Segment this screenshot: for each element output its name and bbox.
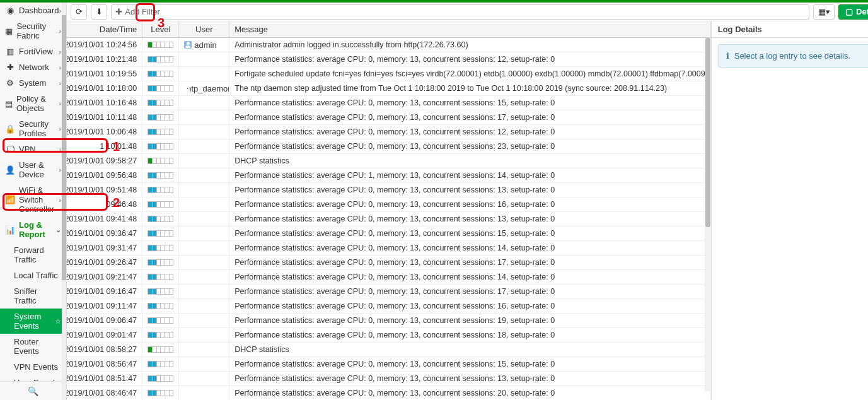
sidebar-search[interactable]: 🔍: [0, 381, 66, 400]
cell-message: Performance statistics: average CPU: 0, …: [229, 314, 710, 327]
cell-datetime: 2019/10/01 09:01:47: [67, 328, 142, 342]
nav-sub-forward-traffic[interactable]: Forward Traffic: [0, 242, 66, 268]
nav-system[interactable]: ⚙System›: [0, 75, 66, 91]
table-row[interactable]: 2019/10/01 09:06:47Performance statistic…: [67, 314, 710, 328]
col-datetime[interactable]: Date/Time: [67, 21, 142, 37]
cell-message: Performance statistics: average CPU: 0, …: [229, 357, 710, 371]
table-row[interactable]: 2019/10/01 09:16:47Performance statistic…: [67, 285, 710, 299]
nav-sub-vpn-events[interactable]: VPN Events: [0, 359, 66, 375]
table-row[interactable]: 2019/10/01 09:21:47Performance statistic…: [67, 270, 710, 285]
nav-wifi-switch-controller[interactable]: 📶WiFi & Switch Controller›: [0, 182, 66, 217]
cell-datetime: 2019/10/01 09:26:47: [67, 256, 142, 269]
table-row[interactable]: 2019/10/01 10:21:48Performance statistic…: [67, 52, 710, 67]
table-row[interactable]: 2019/10/01 10:11:48Performance statistic…: [67, 110, 710, 125]
table-row[interactable]: 2019/10/01 09:58:27DHCP statistics: [67, 154, 710, 168]
table-row[interactable]: 2019/10/01 09:01:47Performance statistic…: [67, 328, 710, 343]
log-details-panel: Log Details ✕ ℹ Select a log entry to se…: [711, 21, 868, 400]
cell-user: [179, 197, 229, 211]
nav-sub-router-events[interactable]: Router Events: [0, 334, 66, 359]
level-bar: [148, 375, 173, 382]
nav-network[interactable]: ✚Network›: [0, 59, 66, 75]
nav-sub-sniffer-traffic[interactable]: Sniffer Traffic: [0, 283, 66, 309]
table-row[interactable]: 2019/10/01 08:51:47Performance statistic…: [67, 372, 710, 386]
nav-icon: ◉: [5, 6, 15, 15]
table-row[interactable]: 2019/10/01 10:18:00ntp_daemonThe ntp dae…: [67, 81, 710, 96]
table-row[interactable]: 2019/10/01 10:24:56adminAdministrator ad…: [67, 38, 710, 52]
cell-user: [179, 168, 229, 182]
cell-level: [142, 256, 179, 269]
refresh-button[interactable]: ⟳: [71, 4, 87, 20]
cell-level: [142, 314, 179, 327]
nav-user-device[interactable]: 👤User & Device›: [0, 157, 66, 182]
nav-sub-label: Router Events: [14, 337, 61, 356]
table-row[interactable]: 2019/10/01 09:41:48Performance statistic…: [67, 212, 710, 226]
add-filter-input[interactable]: ✚ Add Filter: [111, 4, 809, 20]
level-bar: [148, 317, 173, 324]
nav-security-profiles[interactable]: 🔒Security Profiles›: [0, 116, 66, 141]
cell-message: Performance statistics: average CPU: 0, …: [229, 52, 710, 66]
chevron-down-icon: ⌄: [55, 226, 61, 234]
nav-sub-system-events[interactable]: System Events☆: [0, 309, 66, 334]
table-row[interactable]: 2019/10/01 08:46:47Performance statistic…: [67, 386, 710, 400]
cell-message: Performance statistics: average CPU: 0, …: [229, 226, 710, 240]
table-row[interactable]: 2019/10/01 09:36:47Performance statistic…: [67, 226, 710, 241]
nav-policy-objects[interactable]: ▤Policy & Objects›: [0, 91, 66, 116]
cell-message: The ntp daemon step adjusted time from T…: [229, 81, 710, 95]
chevron-right-icon: ›: [59, 79, 62, 87]
cell-message: Performance statistics: average CPU: 0, …: [229, 241, 710, 255]
chevron-right-icon: ›: [59, 166, 62, 174]
table-row[interactable]: 2019/10/01 10:06:48Performance statistic…: [67, 125, 710, 139]
table-row[interactable]: 2019/10/01 09:11:47Performance statistic…: [67, 299, 710, 314]
download-button[interactable]: ⬇: [91, 4, 107, 20]
search-icon: 🔍: [28, 386, 38, 396]
table-row[interactable]: 2019/10/01 08:58:27DHCP statistics: [67, 343, 710, 357]
cell-message: Performance statistics: average CPU: 0, …: [229, 328, 710, 342]
cell-level: [142, 81, 179, 95]
col-message[interactable]: Message: [229, 21, 710, 37]
info-icon: ℹ: [726, 51, 729, 61]
cell-datetime: 2019/10/01 10:06:48: [67, 125, 142, 139]
nav-dashboard[interactable]: ◉Dashboard›: [0, 3, 66, 18]
cell-level: [142, 110, 179, 124]
level-bar: [148, 129, 173, 135]
level-bar: [148, 274, 173, 280]
nav-sub-local-traffic[interactable]: Local Traffic: [0, 268, 66, 283]
cell-datetime: 1 10:01:48: [67, 139, 142, 153]
details-button[interactable]: ▢ Details: [838, 4, 868, 20]
nav-icon: ✚: [5, 62, 15, 72]
nav-icon: 👤: [5, 165, 15, 175]
table-row[interactable]: 2019/10/01 08:56:47Performance statistic…: [67, 357, 710, 372]
cell-user: [179, 226, 229, 240]
chevron-right-icon: ›: [59, 196, 62, 204]
cell-level: [142, 285, 179, 298]
cell-level: [142, 270, 179, 284]
table-vertical-scrollbar[interactable]: [705, 38, 711, 391]
cell-message: DHCP statistics: [229, 343, 710, 356]
cell-message: Performance statistics: average CPU: 0, …: [229, 212, 710, 226]
table-row[interactable]: 2019/10/01 10:19:55Fortigate scheduled u…: [67, 67, 710, 81]
nav-icon: ⚙: [5, 78, 15, 88]
chart-toggle-button[interactable]: ▦▾: [813, 4, 835, 20]
nav-sub-user-events[interactable]: User Events: [0, 375, 66, 381]
cell-level: [142, 139, 179, 153]
star-icon[interactable]: ☆: [55, 317, 61, 326]
cell-user: [179, 270, 229, 284]
col-user[interactable]: User: [179, 21, 229, 37]
table-row[interactable]: 2019/10/01 09:51:48Performance statistic…: [67, 183, 710, 197]
table-row[interactable]: 1 10:01:48Performance statistics: averag…: [67, 139, 710, 154]
cell-message: Performance statistics: average CPU: 0, …: [229, 299, 710, 313]
table-row[interactable]: 2019/10/01 10:16:48Performance statistic…: [67, 96, 710, 110]
nav-fortiview[interactable]: ▥FortiView›: [0, 44, 66, 59]
details-label: Details: [856, 7, 868, 16]
table-row[interactable]: 2019/10/01 09:26:47Performance statistic…: [67, 256, 710, 270]
table-row[interactable]: 09:46:48Performance statistics: average …: [67, 197, 710, 212]
nav-security-fabric[interactable]: ▦Security Fabric›: [0, 18, 66, 44]
table-row[interactable]: 2019/10/01 09:56:48Performance statistic…: [67, 168, 710, 183]
cell-level: [142, 52, 179, 66]
cell-user: [179, 139, 229, 153]
nav-vpn[interactable]: 🖵VPN›: [0, 141, 66, 157]
cell-message: Performance statistics: average CPU: 0, …: [229, 285, 710, 298]
nav-log-report[interactable]: 📊Log & Report⌄: [0, 217, 66, 242]
table-row[interactable]: 2019/10/01 09:31:47Performance statistic…: [67, 241, 710, 256]
cell-datetime: 2019/10/01 08:51:47: [67, 372, 142, 385]
